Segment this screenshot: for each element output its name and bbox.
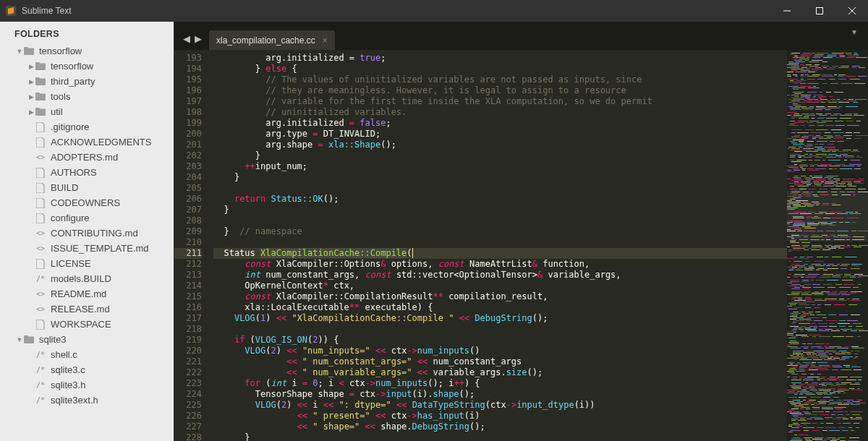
code-line[interactable]: TensorShape shape = ctx->input(i).shape(… (213, 389, 787, 400)
tree-item-label: tensorflow (39, 46, 82, 56)
tree-file[interactable]: ACKNOWLEDGMENTS (0, 134, 174, 150)
code-line[interactable]: << " present=" << ctx->has_input(i) (213, 411, 787, 421)
file-tree[interactable]: ▼tensorflow▶tensorflow▶third_party▶tools… (0, 43, 174, 408)
minimize-button[interactable] (770, 0, 803, 22)
tab-label: xla_compilation_cache.cc (216, 35, 315, 46)
tree-folder[interactable]: ▼tensorflow (0, 43, 174, 59)
code-line[interactable]: for (int i = 0; i < ctx->num_inputs(); i… (213, 378, 787, 389)
close-button[interactable] (835, 0, 868, 22)
tree-folder[interactable]: ▶tools (0, 89, 174, 104)
close-icon[interactable]: × (323, 35, 328, 46)
code-line[interactable]: arg.initialized = true; (213, 53, 787, 64)
code-line[interactable]: ++input_num; (213, 161, 787, 172)
nav-forward-icon[interactable]: ▶ (195, 33, 202, 44)
code-line[interactable]: // uninitialized variables. (213, 107, 787, 118)
tree-file[interactable]: <>ISSUE_TEMPLATE.md (0, 241, 174, 256)
code-line[interactable]: } (213, 432, 787, 441)
tree-folder[interactable]: ▶util (0, 104, 174, 119)
tree-file[interactable]: CODEOWNERS (0, 195, 174, 210)
chevron-down-icon[interactable]: ▼ (851, 28, 858, 36)
file-icon (35, 183, 46, 193)
tree-folder[interactable]: ▶third_party (0, 74, 174, 89)
file-tab[interactable]: xla_compilation_cache.cc × (209, 30, 335, 50)
file-icon: /* (35, 366, 46, 374)
tree-file[interactable]: WORKSPACE (0, 317, 174, 332)
tree-item-label: LICENSE (51, 258, 91, 269)
code-line[interactable]: VLOG(1) << "XlaCompilationCache::Compile… (213, 313, 787, 324)
code-line[interactable]: // variable for the first time inside th… (213, 96, 787, 107)
code-line[interactable]: VLOG(2) << i << ": dtype=" << DataTypeSt… (213, 400, 787, 411)
code-line[interactable]: Status XlaCompilationCache::Compile( (213, 248, 787, 259)
code-line[interactable] (213, 324, 787, 335)
code-line[interactable]: } (213, 150, 787, 161)
svg-rect-2 (816, 8, 822, 14)
code-line[interactable]: const XlaCompiler::Options& options, con… (213, 259, 787, 270)
tree-item-label: third_party (51, 76, 95, 87)
code-area[interactable]: arg.initialized = true; } else { // The … (209, 50, 787, 441)
nav-back-icon[interactable]: ◀ (183, 33, 190, 44)
tree-item-label: ACKNOWLEDGMENTS (51, 137, 151, 147)
tree-file[interactable]: LICENSE (0, 256, 174, 271)
code-line[interactable] (213, 215, 787, 226)
disclosure-icon: ▶ (27, 108, 35, 116)
tree-file[interactable]: BUILD (0, 180, 174, 195)
code-line[interactable] (213, 183, 787, 194)
tree-item-label: CONTRIBUTING.md (51, 228, 138, 239)
code-line[interactable]: arg.initialized = false; (213, 118, 787, 129)
code-line[interactable]: VLOG(2) << "num_inputs=" << ctx->num_inp… (213, 346, 787, 356)
minimap[interactable] (787, 50, 868, 441)
tree-file[interactable]: /*sqlite3.c (0, 362, 174, 377)
tree-item-label: RELEASE.md (51, 304, 110, 314)
tree-file[interactable]: <>CONTRIBUTING.md (0, 226, 174, 241)
tab-bar: ◀ ▶ xla_compilation_cache.cc × ▼ (174, 22, 868, 50)
code-line[interactable]: } else { (213, 64, 787, 74)
code-line[interactable]: // they are meaningless. However, it is … (213, 85, 787, 96)
file-icon: /* (35, 275, 46, 283)
file-icon (35, 198, 46, 208)
tree-item-label: BUILD (51, 182, 78, 193)
folder-icon (35, 93, 46, 100)
code-line[interactable]: OpKernelContext* ctx, (213, 281, 787, 291)
tree-file[interactable]: <>RELEASE.md (0, 301, 174, 317)
tree-file[interactable]: /*sqlite3ext.h (0, 393, 174, 408)
file-icon (35, 213, 46, 223)
tree-file[interactable]: AUTHORS (0, 165, 174, 180)
tree-file[interactable]: /*sqlite3.h (0, 377, 174, 393)
code-line[interactable]: } (213, 205, 787, 215)
tree-file[interactable]: .gitignore (0, 119, 174, 134)
code-line[interactable]: << " num_variable_args=" << variable_arg… (213, 367, 787, 378)
tree-folder[interactable]: ▼sqlite3 (0, 332, 174, 347)
disclosure-icon: ▶ (27, 93, 35, 100)
code-line[interactable]: } (213, 172, 787, 183)
file-icon (35, 137, 46, 147)
window-title: Sublime Text (22, 6, 770, 16)
file-icon (35, 320, 46, 330)
code-line[interactable] (213, 237, 787, 248)
tree-file[interactable]: /*models.BUILD (0, 271, 174, 286)
code-line[interactable]: const XlaCompiler::CompilationResult** c… (213, 291, 787, 302)
file-icon (35, 259, 46, 269)
code-line[interactable]: arg.type = DT_INVALID; (213, 129, 787, 140)
code-line[interactable]: << " shape=" << shape.DebugString(); (213, 421, 787, 432)
tree-file[interactable]: <>README.md (0, 286, 174, 301)
code-line[interactable]: } // namespace (213, 226, 787, 237)
folder-icon (23, 335, 35, 343)
code-line[interactable]: // The values of uninitialized variables… (213, 74, 787, 85)
sidebar: FOLDERS ▼tensorflow▶tensorflow▶third_par… (0, 22, 174, 441)
tree-item-label: sqlite3 (39, 334, 67, 345)
code-line[interactable]: int num_constant_args, const std::vector… (213, 270, 787, 281)
code-line[interactable]: << " num_constant_args=" << num_constant… (213, 356, 787, 367)
tree-file[interactable]: <>ADOPTERS.md (0, 150, 174, 165)
tree-folder[interactable]: ▶tensorflow (0, 59, 174, 74)
code-line[interactable]: xla::LocalExecutable** executable) { (213, 302, 787, 313)
disclosure-icon: ▶ (27, 63, 35, 70)
code-line[interactable]: if (VLOG_IS_ON(2)) { (213, 335, 787, 346)
code-line[interactable]: return Status::OK(); (213, 194, 787, 205)
tree-file[interactable]: configure (0, 210, 174, 226)
code-line[interactable]: arg.shape = xla::Shape(); (213, 140, 787, 150)
tree-file[interactable]: /*shell.c (0, 347, 174, 362)
disclosure-icon: ▼ (16, 48, 23, 55)
file-icon: <> (35, 244, 46, 252)
maximize-button[interactable] (803, 0, 835, 22)
file-icon (35, 168, 46, 178)
